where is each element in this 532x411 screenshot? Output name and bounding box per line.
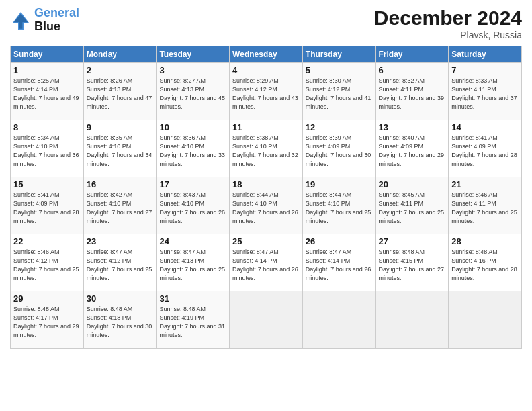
main-container: General Blue December 2024 Plavsk, Russi… <box>0 0 532 411</box>
day-number: 19 <box>306 179 373 189</box>
day-info: Sunrise: 8:39 AMSunset: 4:09 PMDaylight:… <box>306 134 373 169</box>
day-number: 25 <box>232 236 300 246</box>
day-number: 16 <box>87 179 154 189</box>
header-sunday: Sunday <box>11 46 84 63</box>
day-info: Sunrise: 8:41 AMSunset: 4:09 PMDaylight:… <box>451 134 519 169</box>
day-number: 28 <box>451 236 519 246</box>
day-info: Sunrise: 8:42 AMSunset: 4:10 PMDaylight:… <box>87 191 154 226</box>
table-row: 26Sunrise: 8:47 AMSunset: 4:14 PMDayligh… <box>302 234 375 291</box>
table-row <box>449 291 522 349</box>
table-row: 15Sunrise: 8:41 AMSunset: 4:09 PMDayligh… <box>11 177 84 234</box>
table-row: 2Sunrise: 8:26 AMSunset: 4:13 PMDaylight… <box>83 63 157 120</box>
header-wednesday: Wednesday <box>230 46 303 63</box>
weekday-header-row: Sunday Monday Tuesday Wednesday Thursday… <box>11 46 522 63</box>
day-number: 24 <box>159 236 226 246</box>
table-row: 7Sunrise: 8:33 AMSunset: 4:11 PMDaylight… <box>449 63 522 120</box>
day-number: 5 <box>306 65 373 75</box>
day-info: Sunrise: 8:38 AMSunset: 4:10 PMDaylight:… <box>232 134 300 169</box>
table-row: 30Sunrise: 8:48 AMSunset: 4:18 PMDayligh… <box>83 291 157 349</box>
day-number: 31 <box>159 293 226 304</box>
day-number: 2 <box>87 65 154 75</box>
day-number: 22 <box>13 236 81 246</box>
day-info: Sunrise: 8:30 AMSunset: 4:12 PMDaylight:… <box>306 77 373 111</box>
day-number: 14 <box>451 122 519 132</box>
table-row: 14Sunrise: 8:41 AMSunset: 4:09 PMDayligh… <box>449 120 522 177</box>
header-monday: Monday <box>83 46 157 63</box>
day-number: 26 <box>306 236 373 246</box>
day-number: 23 <box>87 236 154 246</box>
table-row: 13Sunrise: 8:40 AMSunset: 4:09 PMDayligh… <box>375 120 449 177</box>
table-row: 22Sunrise: 8:46 AMSunset: 4:12 PMDayligh… <box>11 234 84 291</box>
day-number: 11 <box>232 122 300 132</box>
calendar-week-row: 29Sunrise: 8:48 AMSunset: 4:17 PMDayligh… <box>11 291 522 349</box>
day-info: Sunrise: 8:48 AMSunset: 4:15 PMDaylight:… <box>379 248 446 283</box>
calendar-week-row: 1Sunrise: 8:25 AMSunset: 4:14 PMDaylight… <box>11 63 522 120</box>
day-info: Sunrise: 8:32 AMSunset: 4:11 PMDaylight:… <box>379 77 446 111</box>
day-info: Sunrise: 8:47 AMSunset: 4:14 PMDaylight:… <box>232 248 300 283</box>
day-number: 4 <box>232 65 300 75</box>
day-number: 18 <box>232 179 300 189</box>
location: Plavsk, Russia <box>374 30 522 40</box>
table-row: 23Sunrise: 8:47 AMSunset: 4:12 PMDayligh… <box>83 234 157 291</box>
day-info: Sunrise: 8:44 AMSunset: 4:10 PMDaylight:… <box>232 191 300 226</box>
day-number: 20 <box>379 179 446 189</box>
day-info: Sunrise: 8:41 AMSunset: 4:09 PMDaylight:… <box>13 191 81 226</box>
day-number: 9 <box>87 122 154 132</box>
day-info: Sunrise: 8:45 AMSunset: 4:11 PMDaylight:… <box>379 191 446 226</box>
table-row <box>230 291 303 349</box>
table-row: 8Sunrise: 8:34 AMSunset: 4:10 PMDaylight… <box>11 120 84 177</box>
table-row: 3Sunrise: 8:27 AMSunset: 4:13 PMDaylight… <box>157 63 230 120</box>
table-row: 11Sunrise: 8:38 AMSunset: 4:10 PMDayligh… <box>230 120 303 177</box>
day-info: Sunrise: 8:47 AMSunset: 4:14 PMDaylight:… <box>306 248 373 283</box>
table-row: 24Sunrise: 8:47 AMSunset: 4:13 PMDayligh… <box>157 234 230 291</box>
calendar-table: Sunday Monday Tuesday Wednesday Thursday… <box>10 46 522 349</box>
logo-text: General Blue <box>34 7 79 34</box>
table-row: 31Sunrise: 8:48 AMSunset: 4:19 PMDayligh… <box>157 291 230 349</box>
day-number: 27 <box>379 236 446 246</box>
logo: General Blue <box>10 7 79 34</box>
header-tuesday: Tuesday <box>157 46 230 63</box>
header-saturday: Saturday <box>449 46 522 63</box>
calendar-week-row: 8Sunrise: 8:34 AMSunset: 4:10 PMDaylight… <box>11 120 522 177</box>
day-number: 29 <box>13 293 81 304</box>
logo-icon <box>10 9 32 31</box>
day-info: Sunrise: 8:35 AMSunset: 4:10 PMDaylight:… <box>87 134 154 169</box>
table-row: 21Sunrise: 8:46 AMSunset: 4:11 PMDayligh… <box>449 177 522 234</box>
day-info: Sunrise: 8:40 AMSunset: 4:09 PMDaylight:… <box>379 134 446 169</box>
day-info: Sunrise: 8:48 AMSunset: 4:17 PMDaylight:… <box>13 305 81 340</box>
day-info: Sunrise: 8:44 AMSunset: 4:10 PMDaylight:… <box>306 191 373 226</box>
table-row: 10Sunrise: 8:36 AMSunset: 4:10 PMDayligh… <box>157 120 230 177</box>
table-row: 19Sunrise: 8:44 AMSunset: 4:10 PMDayligh… <box>302 177 375 234</box>
svg-marker-1 <box>14 13 28 28</box>
day-info: Sunrise: 8:48 AMSunset: 4:19 PMDaylight:… <box>159 305 226 340</box>
day-number: 8 <box>13 122 81 132</box>
day-number: 30 <box>87 293 154 304</box>
table-row: 9Sunrise: 8:35 AMSunset: 4:10 PMDaylight… <box>83 120 157 177</box>
day-info: Sunrise: 8:48 AMSunset: 4:18 PMDaylight:… <box>87 305 154 340</box>
table-row: 20Sunrise: 8:45 AMSunset: 4:11 PMDayligh… <box>375 177 449 234</box>
table-row: 27Sunrise: 8:48 AMSunset: 4:15 PMDayligh… <box>375 234 449 291</box>
calendar-week-row: 15Sunrise: 8:41 AMSunset: 4:09 PMDayligh… <box>11 177 522 234</box>
day-number: 21 <box>451 179 519 189</box>
table-row: 4Sunrise: 8:29 AMSunset: 4:12 PMDaylight… <box>230 63 303 120</box>
table-row: 12Sunrise: 8:39 AMSunset: 4:09 PMDayligh… <box>302 120 375 177</box>
day-info: Sunrise: 8:36 AMSunset: 4:10 PMDaylight:… <box>159 134 226 169</box>
day-number: 13 <box>379 122 446 132</box>
day-number: 10 <box>159 122 226 132</box>
table-row: 5Sunrise: 8:30 AMSunset: 4:12 PMDaylight… <box>302 63 375 120</box>
day-info: Sunrise: 8:47 AMSunset: 4:12 PMDaylight:… <box>87 248 154 283</box>
day-number: 3 <box>159 65 226 75</box>
table-row: 6Sunrise: 8:32 AMSunset: 4:11 PMDaylight… <box>375 63 449 120</box>
table-row: 29Sunrise: 8:48 AMSunset: 4:17 PMDayligh… <box>11 291 84 349</box>
day-number: 1 <box>13 65 81 75</box>
header-friday: Friday <box>375 46 449 63</box>
day-number: 12 <box>306 122 373 132</box>
header: General Blue December 2024 Plavsk, Russi… <box>10 7 522 40</box>
table-row: 28Sunrise: 8:48 AMSunset: 4:16 PMDayligh… <box>449 234 522 291</box>
day-number: 17 <box>159 179 226 189</box>
day-info: Sunrise: 8:46 AMSunset: 4:12 PMDaylight:… <box>13 248 81 283</box>
month-title: December 2024 <box>374 7 522 30</box>
day-info: Sunrise: 8:48 AMSunset: 4:16 PMDaylight:… <box>451 248 519 283</box>
day-info: Sunrise: 8:43 AMSunset: 4:10 PMDaylight:… <box>159 191 226 226</box>
table-row: 25Sunrise: 8:47 AMSunset: 4:14 PMDayligh… <box>230 234 303 291</box>
